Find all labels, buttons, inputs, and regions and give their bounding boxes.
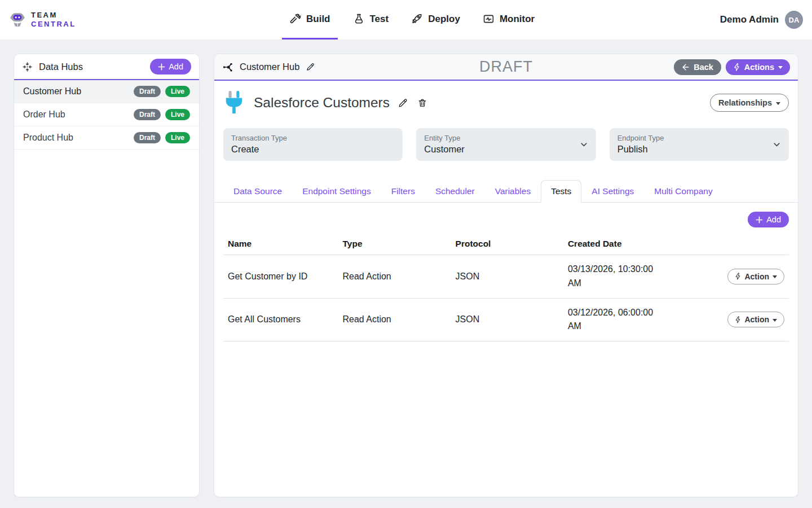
add-test-label: Add bbox=[766, 215, 781, 224]
tab-data-source[interactable]: Data Source bbox=[223, 180, 292, 203]
bolt-icon bbox=[735, 316, 741, 323]
field-value: Customer bbox=[424, 144, 588, 155]
field-value: Create bbox=[231, 144, 395, 155]
hub-name: Product Hub bbox=[23, 133, 73, 143]
hub-badges: Draft Live bbox=[134, 86, 190, 97]
chevron-down-icon bbox=[580, 141, 588, 149]
edit-entity-button[interactable] bbox=[398, 98, 408, 108]
draft-badge: Draft bbox=[134, 132, 161, 143]
hub-name: Order Hub bbox=[23, 110, 65, 120]
table-row: Get Customer by ID Read Action JSON 03/1… bbox=[223, 255, 789, 299]
nav-item-label: Deploy bbox=[428, 14, 460, 25]
plus-icon bbox=[756, 216, 763, 224]
entity-type-select[interactable]: Entity Type Customer bbox=[416, 128, 595, 161]
chevron-down-icon bbox=[773, 141, 781, 149]
nav-item-test[interactable]: Test bbox=[346, 0, 396, 40]
hub-sprocket-icon bbox=[222, 62, 233, 73]
caret-down-icon bbox=[773, 319, 777, 322]
test-protocol-cell: JSON bbox=[451, 255, 563, 299]
column-header-name: Name bbox=[223, 233, 338, 255]
nav-item-build[interactable]: Build bbox=[282, 0, 338, 40]
table-row: Get All Customers Read Action JSON 03/12… bbox=[223, 298, 789, 341]
live-badge: Live bbox=[165, 132, 190, 143]
nav-item-label: Test bbox=[370, 14, 389, 25]
column-header-actions bbox=[723, 233, 789, 255]
transaction-type-field: Transaction Type Create bbox=[223, 128, 403, 161]
field-label: Transaction Type bbox=[231, 134, 395, 142]
navbar-user-area: Demo Admin DA bbox=[720, 11, 803, 29]
detail-tabs: Data Source Endpoint Settings Filters Sc… bbox=[214, 180, 798, 203]
plug-icon bbox=[223, 90, 245, 115]
tests-table-header-row: Name Type Protocol Created Date bbox=[223, 233, 789, 255]
top-navbar: TEAM CENTRAL Build Test bbox=[0, 0, 812, 40]
nav-item-monitor[interactable]: Monitor bbox=[475, 0, 542, 40]
data-hubs-sidebar: Data Hubs Add Customer Hub Draft Live Or… bbox=[14, 54, 200, 497]
sidebar-header: Data Hubs Add bbox=[14, 54, 199, 80]
tests-tab-panel: Add Name Type Protocol Created Date Get … bbox=[214, 203, 798, 341]
sidebar-title: Data Hubs bbox=[39, 62, 83, 72]
field-value: Publish bbox=[617, 144, 781, 155]
user-name: Demo Admin bbox=[720, 14, 779, 25]
sidebar-item-order-hub[interactable]: Order Hub Draft Live bbox=[14, 103, 199, 126]
caret-down-icon bbox=[776, 102, 780, 105]
tab-tests[interactable]: Tests bbox=[541, 180, 581, 203]
back-button[interactable]: Back bbox=[674, 59, 721, 75]
sidebar-item-product-hub[interactable]: Product Hub Draft Live bbox=[14, 126, 199, 150]
live-badge: Live bbox=[165, 86, 190, 97]
live-badge: Live bbox=[165, 109, 190, 120]
row-action-dropdown-button[interactable]: Action bbox=[727, 312, 784, 327]
hammer-icon bbox=[289, 13, 301, 25]
tab-endpoint-settings[interactable]: Endpoint Settings bbox=[292, 180, 381, 203]
tab-variables[interactable]: Variables bbox=[485, 180, 541, 203]
user-avatar[interactable]: DA bbox=[785, 11, 803, 29]
tab-scheduler[interactable]: Scheduler bbox=[425, 180, 485, 203]
row-action-label: Action bbox=[744, 315, 769, 324]
tab-multi-company[interactable]: Multi Company bbox=[644, 180, 722, 203]
hub-badges: Draft Live bbox=[134, 132, 190, 143]
sidebar-item-customer-hub[interactable]: Customer Hub Draft Live bbox=[14, 80, 199, 103]
delete-entity-button[interactable] bbox=[417, 98, 427, 108]
entity-title-row: Salesforce Customers Relatio bbox=[214, 81, 798, 122]
arrow-left-icon bbox=[682, 63, 690, 71]
add-hub-button[interactable]: Add bbox=[150, 59, 191, 75]
endpoint-type-select[interactable]: Endpoint Type Publish bbox=[610, 128, 789, 161]
actions-dropdown-button[interactable]: Actions bbox=[726, 59, 790, 75]
test-action-cell: Action bbox=[723, 298, 789, 341]
test-action-cell: Action bbox=[723, 255, 789, 299]
test-name-cell: Get Customer by ID bbox=[223, 255, 338, 299]
field-label: Entity Type bbox=[424, 134, 588, 142]
add-test-button[interactable]: Add bbox=[748, 212, 789, 227]
test-created-cell: 03/13/2026, 10:30:00 AM bbox=[563, 255, 723, 299]
relationships-dropdown-button[interactable]: Relationships bbox=[710, 94, 789, 112]
column-header-created-date: Created Date bbox=[563, 233, 723, 255]
row-action-dropdown-button[interactable]: Action bbox=[727, 269, 784, 284]
tab-filters[interactable]: Filters bbox=[381, 180, 425, 203]
nav-item-deploy[interactable]: Deploy bbox=[404, 0, 467, 40]
test-type-cell: Read Action bbox=[338, 255, 451, 299]
test-type-cell: Read Action bbox=[338, 298, 451, 341]
nav-item-label: Build bbox=[306, 14, 330, 25]
entity-title: Salesforce Customers bbox=[254, 95, 390, 111]
tests-table: Name Type Protocol Created Date Get Cust… bbox=[223, 233, 789, 341]
caret-down-icon bbox=[778, 66, 783, 69]
plus-icon bbox=[158, 63, 165, 71]
rocket-icon bbox=[411, 13, 423, 25]
tab-ai-settings[interactable]: AI Settings bbox=[581, 180, 644, 203]
bolt-icon bbox=[735, 273, 741, 280]
column-header-protocol: Protocol bbox=[451, 233, 563, 255]
caret-down-icon bbox=[773, 275, 777, 278]
test-protocol-cell: JSON bbox=[451, 298, 563, 341]
status-badge: DRAFT bbox=[479, 58, 533, 76]
field-label: Endpoint Type bbox=[617, 134, 781, 142]
draft-badge: Draft bbox=[134, 86, 161, 97]
column-header-type: Type bbox=[338, 233, 451, 255]
bolt-icon bbox=[733, 63, 740, 71]
brand-logo[interactable]: TEAM CENTRAL bbox=[9, 11, 76, 28]
actions-label: Actions bbox=[744, 63, 774, 72]
test-created-cell: 03/12/2026, 06:00:00 AM bbox=[563, 298, 723, 341]
test-name-cell: Get All Customers bbox=[223, 298, 338, 341]
entity-fields-row: Transaction Type Create Entity Type Cust… bbox=[214, 122, 798, 161]
back-label: Back bbox=[694, 63, 713, 72]
add-hub-label: Add bbox=[169, 62, 183, 71]
edit-hub-name-button[interactable] bbox=[306, 62, 315, 72]
